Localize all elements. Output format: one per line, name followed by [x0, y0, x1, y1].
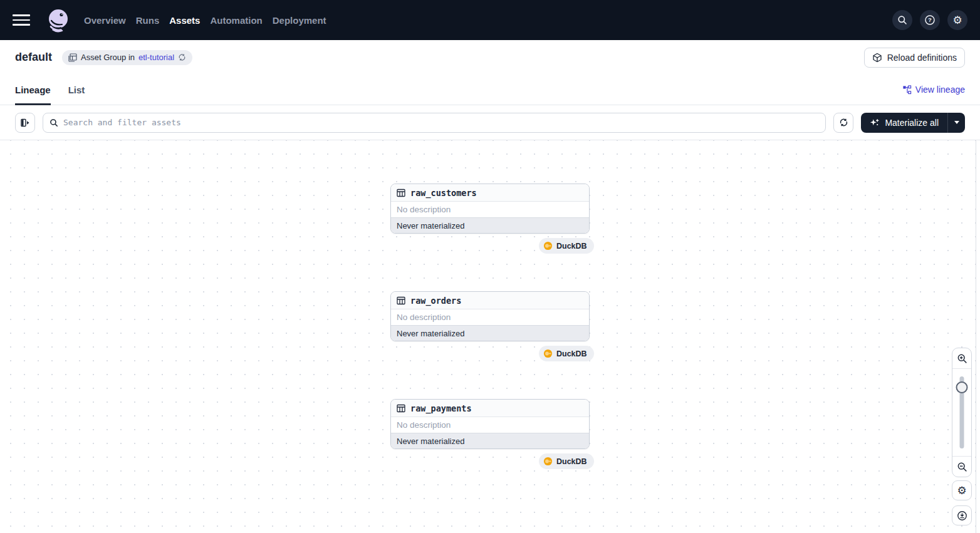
refresh-icon[interactable]	[833, 113, 853, 133]
sparkle-icon	[870, 118, 880, 128]
asset-status: Never materialized	[391, 325, 589, 341]
asset-description: No description	[391, 202, 589, 217]
nav-item-overview[interactable]: Overview	[84, 11, 126, 29]
table-icon	[397, 296, 405, 305]
asset-name: raw_customers	[410, 188, 477, 198]
view-lineage-link[interactable]: View lineage	[902, 75, 965, 105]
kind-badge-duckdb[interactable]: DuckDB	[539, 238, 594, 254]
primary-nav: Overview Runs Assets Automation Deployme…	[84, 11, 326, 29]
tab-lineage[interactable]: Lineage	[15, 75, 51, 105]
materialize-all-split-button: Materialize all	[861, 113, 965, 133]
asset-description: No description	[391, 309, 589, 325]
asset-group-label: Asset Group in	[81, 53, 135, 62]
asset-status: Never materialized	[391, 433, 589, 448]
asset-group-icon	[68, 53, 77, 62]
canvas-scroll-edge[interactable]	[976, 140, 980, 533]
zoom-slider-thumb[interactable]	[956, 381, 968, 393]
table-icon	[397, 404, 405, 413]
asset-node-header: raw_payments	[391, 400, 589, 417]
duckdb-icon	[543, 349, 553, 358]
code-location-link[interactable]: etl-tutorial	[138, 53, 174, 62]
toggle-sidebar-icon[interactable]	[15, 113, 35, 133]
svg-text:?: ?	[928, 16, 932, 23]
help-icon[interactable]: ?	[920, 10, 940, 30]
asset-node-raw-orders[interactable]: raw_orders No description Never material…	[390, 291, 590, 341]
graph-settings-gear-icon[interactable]: ⚙	[952, 480, 972, 500]
page-header: default Asset Group in etl-tutorial Relo…	[0, 40, 980, 75]
nav-item-automation[interactable]: Automation	[210, 11, 262, 29]
table-icon	[397, 189, 405, 197]
kind-badge-label: DuckDB	[556, 242, 587, 251]
asset-status: Never materialized	[391, 217, 589, 233]
kind-badge-duckdb[interactable]: DuckDB	[539, 346, 594, 361]
tabs-row: Lineage List View lineage	[0, 75, 980, 105]
reload-definitions-label: Reload definitions	[887, 53, 957, 63]
materialize-options-dropdown[interactable]	[947, 113, 965, 133]
kind-badge-label: DuckDB	[556, 457, 587, 466]
dagster-logo[interactable]	[45, 7, 71, 33]
sync-icon[interactable]	[178, 53, 186, 61]
settings-gear-icon[interactable]: ⚙	[947, 10, 967, 30]
materialize-all-label: Materialize all	[885, 118, 939, 128]
code-location-icon	[872, 53, 882, 63]
page-title: default	[15, 51, 52, 64]
nav-item-assets[interactable]: Assets	[169, 11, 200, 29]
search-icon[interactable]	[892, 10, 912, 30]
duckdb-icon	[543, 457, 553, 466]
asset-search-box	[43, 113, 826, 133]
zoom-control-panel	[952, 348, 972, 477]
asset-node-header: raw_customers	[391, 184, 589, 202]
view-lineage-label: View lineage	[915, 85, 965, 95]
tab-list-label: List	[68, 85, 85, 95]
nav-actions: ? ⚙	[892, 10, 967, 30]
asset-node-raw-customers[interactable]: raw_customers No description Never mater…	[390, 184, 590, 234]
tab-list[interactable]: List	[68, 75, 85, 105]
asset-name: raw_payments	[410, 403, 472, 413]
zoom-in-icon[interactable]	[952, 348, 972, 368]
kind-badge-label: DuckDB	[556, 349, 587, 358]
chevron-down-icon	[954, 121, 959, 124]
asset-node-header: raw_orders	[391, 292, 589, 309]
reload-definitions-button[interactable]: Reload definitions	[864, 48, 965, 68]
asset-node-raw-payments[interactable]: raw_payments No description Never materi…	[390, 399, 590, 449]
asset-group-badge: Asset Group in etl-tutorial	[62, 50, 192, 65]
recenter-view-icon[interactable]	[952, 505, 972, 525]
duckdb-icon	[543, 241, 553, 251]
materialize-all-button[interactable]: Materialize all	[861, 113, 947, 133]
zoom-slider[interactable]	[952, 368, 972, 457]
nav-item-runs[interactable]: Runs	[136, 11, 160, 29]
asset-name: raw_orders	[410, 296, 461, 306]
lineage-canvas[interactable]: raw_customers No description Never mater…	[0, 140, 980, 533]
kind-badge-duckdb[interactable]: DuckDB	[539, 453, 594, 469]
tab-lineage-label: Lineage	[15, 85, 51, 95]
lineage-graph-icon	[902, 85, 912, 95]
zoom-out-icon[interactable]	[952, 457, 972, 477]
asset-description: No description	[391, 417, 589, 433]
nav-item-deployment[interactable]: Deployment	[273, 11, 326, 29]
lineage-toolbar: Materialize all	[0, 105, 980, 140]
top-navigation: Overview Runs Assets Automation Deployme…	[0, 0, 980, 40]
menu-icon[interactable]	[13, 11, 30, 29]
search-input[interactable]	[63, 118, 819, 127]
search-icon	[50, 118, 58, 127]
